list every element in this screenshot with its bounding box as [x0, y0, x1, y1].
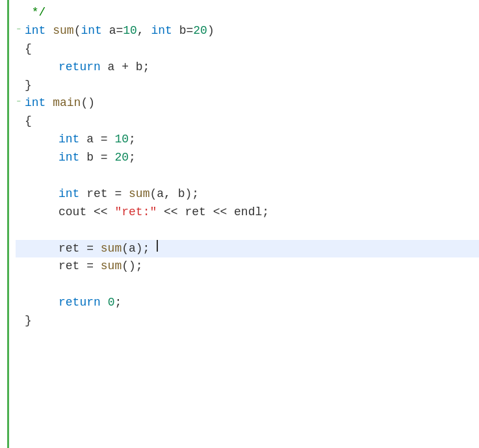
semicolon-b: ; — [129, 149, 136, 167]
line-blank1 — [16, 167, 479, 185]
line-int-ret: int ret = sum (a, b); — [16, 185, 479, 204]
space2 — [45, 94, 53, 112]
fold-marker-empty10 — [16, 222, 23, 238]
editor-container: */ ⁻ int sum ( int a= 10 , int b= 20 ) { — [0, 0, 479, 448]
sum-args3: (); — [122, 257, 142, 276]
param-b: b= — [172, 22, 193, 40]
line-int-a: int a = 10 ; — [16, 131, 479, 149]
line-return-0: return 0 ; — [16, 294, 479, 312]
fold-marker-empty15 — [16, 313, 23, 330]
main-parens: () — [81, 94, 95, 112]
line-open-brace2: { — [16, 112, 479, 131]
line-open-brace: { — [16, 40, 479, 59]
sum-args1: (a, b); — [149, 185, 199, 204]
fold-marker-empty12 — [16, 259, 23, 275]
keyword-int-a2: int — [58, 131, 79, 149]
fold-marker-empty7 — [16, 167, 23, 183]
fold-marker-empty2 — [16, 60, 23, 76]
return-0-val — [101, 294, 108, 312]
brace-close2: } — [25, 312, 32, 330]
fold-marker-empty14 — [16, 295, 23, 311]
cout-stmt: cout << — [58, 204, 114, 222]
ret-assign: ret = — [79, 185, 129, 204]
keyword-int-main: int — [25, 94, 45, 112]
func-name-main: main — [53, 94, 81, 112]
paren-close: ) — [207, 22, 214, 40]
keyword-int-a: int — [81, 22, 101, 40]
comma1: , — [137, 22, 151, 40]
sum-args2: (a); — [122, 240, 157, 258]
keyword-int-b: int — [151, 22, 172, 40]
text-cursor — [157, 240, 158, 252]
left-gutter — [0, 0, 9, 448]
keyword-int-b2: int — [58, 149, 79, 167]
var-b-assign: b = — [79, 149, 114, 167]
fold-marker-empty6 — [16, 150, 23, 166]
comment-close: */ — [25, 4, 45, 22]
value-10-a: 10 — [123, 22, 137, 40]
fold-marker-empty3 — [16, 78, 23, 94]
param-a: a= — [102, 22, 123, 40]
fold-marker-sum: ⁻ — [16, 23, 23, 40]
line-cout: cout << "ret:" << ret << endl; — [16, 204, 479, 222]
keyword-return-0: return — [58, 294, 101, 312]
line-return-stmt: return a + b; — [16, 59, 479, 77]
fold-marker-empty4 — [16, 114, 23, 130]
brace-open: { — [25, 40, 32, 59]
line-blank2 — [16, 222, 479, 240]
fold-marker — [16, 5, 23, 21]
ret-sum-empty-stmt: ret = — [58, 257, 101, 276]
line-main-def: ⁻ int main () — [16, 94, 479, 112]
ret-suma-stmt: ret = — [58, 240, 101, 258]
line-ret-suma: ret = sum (a); — [16, 240, 479, 258]
func-call-sum1: sum — [129, 185, 149, 204]
fold-marker-empty11 — [16, 241, 23, 257]
func-call-sum3: sum — [101, 257, 122, 276]
func-name-sum: sum — [53, 22, 73, 40]
cout-rest: << ret << endl; — [157, 204, 269, 222]
fold-marker-main: ⁻ — [16, 96, 23, 112]
semicolon-ret0: ; — [114, 294, 122, 312]
line-close-brace: } — [16, 77, 479, 95]
line-int-b: int b = 20 ; — [16, 149, 479, 167]
brace-close: } — [25, 77, 32, 95]
string-ret: "ret:" — [114, 204, 157, 222]
func-call-sum2: sum — [101, 240, 122, 258]
keyword-int-ret: int — [58, 185, 79, 204]
brace-open2: { — [25, 112, 32, 131]
value-20-b: 20 — [193, 22, 207, 40]
code-area[interactable]: */ ⁻ int sum ( int a= 10 , int b= 20 ) { — [12, 0, 479, 334]
line-func-def: ⁻ int sum ( int a= 10 , int b= 20 ) — [16, 22, 479, 40]
return-expr: a + b; — [101, 59, 150, 77]
line-ret-sum-empty: ret = sum (); — [16, 257, 479, 276]
line-close-brace2: } — [16, 312, 479, 330]
fold-marker-empty13 — [16, 276, 23, 292]
space — [45, 22, 53, 40]
fold-marker-empty8 — [16, 187, 23, 203]
fold-marker-empty9 — [16, 205, 23, 221]
number-0: 0 — [108, 294, 115, 312]
fold-marker-empty1 — [16, 42, 23, 58]
line-comment-end: */ — [16, 4, 479, 22]
paren-open: ( — [74, 22, 81, 40]
value-20-var: 20 — [114, 149, 129, 167]
line-blank3 — [16, 276, 479, 294]
var-a-assign: a = — [79, 131, 114, 149]
keyword-int-sum: int — [25, 22, 45, 40]
value-10-var: 10 — [114, 131, 129, 149]
semicolon-a: ; — [129, 131, 136, 149]
keyword-return: return — [58, 59, 101, 77]
fold-marker-empty5 — [16, 132, 23, 148]
